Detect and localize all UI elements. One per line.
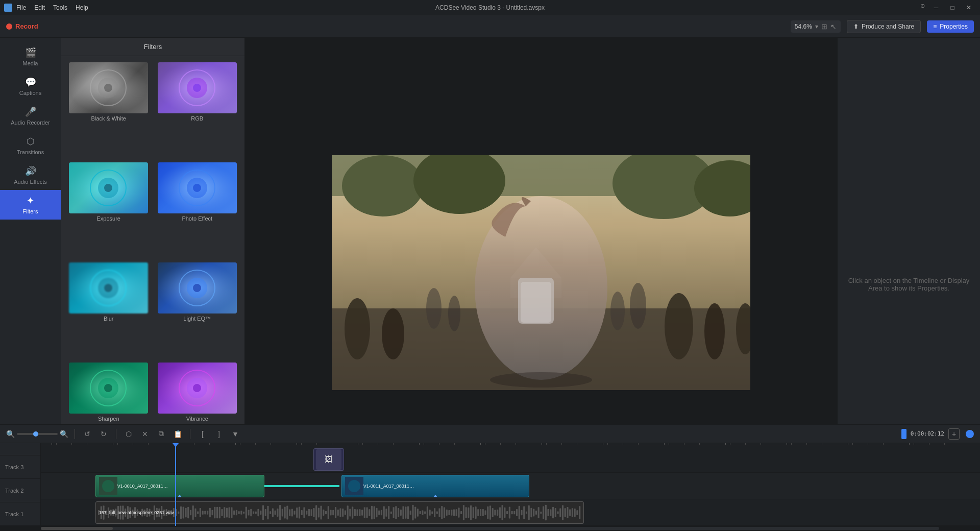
- svg-rect-135: [272, 509, 274, 517]
- svg-rect-117: [228, 508, 230, 518]
- filter-photo-effect[interactable]: Photo Effect: [154, 160, 241, 258]
- zoom-slider: 🔍 🔍: [6, 430, 68, 438]
- video-clip-2[interactable]: V1-0011_A017_08011557_C139.mov: [341, 475, 529, 497]
- menu-edit[interactable]: Edit: [34, 4, 45, 11]
- trim-button[interactable]: ▼: [229, 428, 241, 440]
- audio-clip-1[interactable]: 157_full_new-atmosphere_0251.wav: [95, 501, 584, 524]
- svg-rect-231: [504, 508, 505, 518]
- ruler-subtick-13-2: [868, 443, 868, 445]
- sidebar-item-filters[interactable]: ✦ Filters: [0, 190, 61, 220]
- svg-rect-105: [200, 508, 201, 517]
- svg-rect-254: [559, 509, 561, 517]
- ruler-subtick-3-3: [271, 443, 271, 445]
- svg-rect-175: [369, 509, 370, 516]
- sticker-clip[interactable]: 🖼: [313, 448, 344, 471]
- ruler-subtick-12-3: [822, 443, 822, 445]
- sidebar-item-transitions[interactable]: ⬡ Transitions: [0, 131, 61, 160]
- zoom-control: 54.6% ▾ ⊞ ↖: [791, 20, 841, 33]
- svg-rect-167: [349, 509, 351, 517]
- zoom-fit-icon[interactable]: ⊞: [821, 22, 827, 31]
- clip-label-1: V1-0010_A017_08011346_C013.mov: [117, 484, 168, 489]
- ruler-subtick-14-1: [914, 443, 914, 445]
- ruler-subtick-1-2: [133, 443, 133, 445]
- menu-file[interactable]: File: [16, 4, 26, 11]
- ruler-tick-12: 0:00:12:00: [776, 443, 798, 445]
- filter-sharpen-thumb: [69, 363, 148, 414]
- playhead: 0:00:02:12: [175, 446, 176, 526]
- paste-button[interactable]: 📋: [172, 428, 184, 440]
- mark-in-button[interactable]: [: [197, 428, 209, 440]
- menu-tools[interactable]: Tools: [53, 4, 67, 11]
- zoom-out-icon[interactable]: 🔍: [6, 430, 15, 438]
- sidebar-item-audio-effects[interactable]: 🔊 Audio Effects: [0, 160, 61, 190]
- filter-bw[interactable]: Black & White: [65, 60, 152, 158]
- ruler-inner: 0:00:00:000:00:01:000:00:02:000:00:03:00…: [41, 443, 980, 445]
- ruler-subtick-12-2: [806, 443, 807, 445]
- ruler-subtick-5-1: [362, 443, 363, 445]
- svg-point-23: [193, 284, 201, 292]
- timeline-scrollbar[interactable]: [0, 526, 980, 531]
- svg-rect-250: [550, 510, 551, 516]
- filter-blur[interactable]: Blur: [65, 260, 152, 358]
- ruler-subtick-3-1: [240, 443, 240, 445]
- ruler-subtick-3-2: [255, 443, 256, 445]
- scroll-track[interactable]: [41, 527, 939, 530]
- delete-button[interactable]: ✕: [139, 428, 151, 440]
- clip-marker-2: [433, 495, 438, 497]
- svg-rect-137: [277, 509, 278, 517]
- redo-button[interactable]: ↻: [97, 428, 110, 440]
- ruler-tick-1: 0:00:01:00: [102, 443, 124, 445]
- properties-button[interactable]: ≡ Properties: [927, 20, 974, 33]
- zoom-dropdown-icon[interactable]: ▾: [815, 23, 818, 30]
- ruler-subtick-10-3: [699, 443, 700, 445]
- maximize-button[interactable]: □: [945, 3, 960, 13]
- timeline-toolbar: 🔍 🔍 ↺ ↻ ⬡ ✕ ⧉ 📋 [ ] ▼ 0:00:02:12 +: [0, 425, 980, 443]
- add-track-button[interactable]: +: [948, 428, 960, 440]
- svg-rect-223: [484, 511, 486, 515]
- zoom-in-icon[interactable]: 🔍: [60, 430, 68, 438]
- svg-rect-218: [472, 507, 474, 518]
- sidebar-item-captions[interactable]: 💬 Captions: [0, 71, 61, 101]
- svg-rect-240: [526, 512, 527, 514]
- svg-rect-244: [535, 511, 537, 515]
- close-button[interactable]: ✕: [962, 3, 976, 13]
- filter-rgb[interactable]: RGB: [154, 60, 241, 158]
- sidebar-item-media[interactable]: 🎬 Media: [0, 42, 61, 71]
- svg-rect-196: [419, 511, 421, 514]
- copy-button[interactable]: ⧉: [155, 428, 167, 440]
- ruler-subtick-12-1: [791, 443, 792, 445]
- scroll-thumb[interactable]: [41, 527, 113, 530]
- produce-share-button[interactable]: ⬆ Produce and Share: [847, 20, 921, 33]
- ruler-subtick-5-3: [393, 443, 394, 445]
- filters-panel-title: Filters: [61, 38, 244, 56]
- timeline-toolbar-right: 0:00:02:12: [901, 429, 944, 439]
- video-clip-1[interactable]: V1-0010_A017_08011346_C013.mov: [95, 475, 264, 497]
- split-button[interactable]: ⬡: [122, 428, 135, 440]
- sidebar-item-audio-recorder[interactable]: 🎤 Audio Recorder: [0, 101, 61, 131]
- undo-button[interactable]: ↺: [81, 428, 93, 440]
- svg-rect-195: [417, 509, 419, 516]
- svg-point-15: [193, 184, 201, 192]
- ruler-tick-9: 0:00:09:00: [592, 443, 614, 445]
- filter-exposure[interactable]: Exposure: [65, 160, 152, 258]
- svg-rect-186: [395, 506, 397, 519]
- svg-rect-188: [400, 510, 401, 516]
- svg-rect-260: [574, 509, 575, 517]
- mark-out-button[interactable]: ]: [213, 428, 225, 440]
- filter-light-eq[interactable]: Light EQ™: [154, 260, 241, 358]
- record-button[interactable]: Record: [6, 22, 38, 30]
- separator-2: [116, 429, 116, 439]
- filter-vibrance-thumb: [158, 363, 237, 414]
- minimize-button[interactable]: ─: [929, 3, 943, 13]
- menu-help[interactable]: Help: [76, 4, 88, 11]
- svg-rect-181: [383, 506, 384, 519]
- zoom-cursor-icon[interactable]: ↖: [830, 22, 837, 31]
- svg-rect-215: [465, 507, 467, 518]
- zoom-track[interactable]: [17, 433, 58, 435]
- captions-icon: 💬: [25, 77, 36, 88]
- ruler-subtick-13-1: [852, 443, 853, 445]
- svg-rect-104: [197, 511, 199, 514]
- title-bar: File Edit Tools Help ACDSee Video Studio…: [0, 0, 980, 15]
- ruler-subtick-2-3: [209, 443, 210, 445]
- svg-rect-168: [352, 506, 353, 518]
